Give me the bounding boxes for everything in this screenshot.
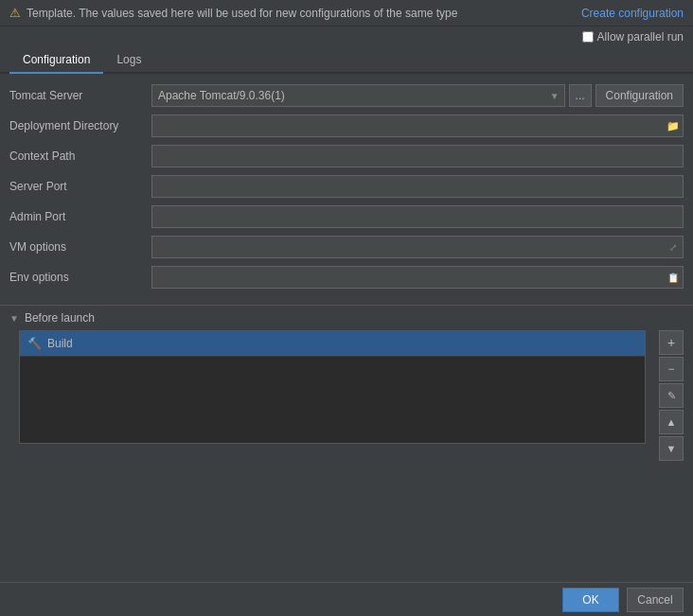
bottom-bar: OK Cancel (0, 582, 693, 616)
parallel-run-row: Allow parallel run (0, 26, 693, 47)
before-launch-list: 🔨 Build (19, 330, 646, 444)
tomcat-dots-button[interactable]: ... (569, 84, 592, 107)
before-launch-content: 🔨 Build + − ✎ ▲ ▼ (9, 330, 684, 461)
before-launch-move-up-button[interactable]: ▲ (659, 410, 684, 434)
warning-text: Template. The values saved here will be … (27, 7, 457, 20)
tomcat-configuration-button[interactable]: Configuration (595, 84, 684, 107)
tomcat-server-field: Apache Tomcat/9.0.36(1) ▼ ... Configurat… (151, 84, 684, 107)
env-options-row: Env options 📋 (9, 265, 684, 290)
server-port-label: Server Port (9, 180, 151, 193)
cancel-button[interactable]: Cancel (627, 588, 684, 612)
server-port-field: 8080 (151, 175, 684, 198)
context-path-label: Context Path (9, 150, 151, 163)
admin-port-label: Admin Port (9, 210, 151, 223)
deployment-directory-input-wrapper: 📁 (151, 114, 684, 137)
deployment-directory-label: Deployment Directory (9, 119, 151, 132)
before-launch-title: Before launch (25, 311, 95, 325)
launch-item-build[interactable]: 🔨 Build (20, 331, 645, 357)
before-launch-header[interactable]: ▼ Before launch (0, 306, 693, 330)
context-path-row: Context Path (9, 144, 684, 168)
tomcat-server-label: Tomcat Server (9, 89, 151, 102)
tomcat-server-select[interactable]: Apache Tomcat/9.0.36(1) (151, 84, 565, 107)
tabs-bar: Configuration Logs (0, 47, 693, 74)
build-icon: 🔨 (27, 337, 42, 350)
vm-options-row: VM options ⤢ (9, 235, 684, 259)
env-options-field: 📋 (151, 266, 684, 289)
admin-port-field: 8005 (151, 205, 684, 228)
before-launch-move-down-button[interactable]: ▼ (659, 436, 684, 461)
before-launch-edit-button[interactable]: ✎ (659, 383, 684, 408)
admin-port-row: Admin Port 8005 (9, 204, 684, 229)
env-options-label: Env options (9, 271, 151, 284)
tomcat-server-select-wrapper: Apache Tomcat/9.0.36(1) ▼ (151, 84, 565, 107)
ok-button[interactable]: OK (562, 588, 619, 612)
vm-options-input-wrapper: ⤢ (151, 236, 684, 258)
server-port-input[interactable]: 8080 (151, 175, 684, 198)
warning-icon: ⚠ (9, 6, 21, 20)
vm-options-label: VM options (9, 240, 151, 254)
before-launch-section: ▼ Before launch 🔨 Build + − ✎ ▲ ▼ (0, 305, 693, 461)
before-launch-arrow-icon: ▼ (9, 313, 19, 324)
context-path-input[interactable] (151, 145, 684, 167)
vm-options-expand-button[interactable]: ⤢ (664, 237, 683, 257)
before-launch-remove-button[interactable]: − (659, 357, 684, 381)
before-launch-action-buttons: + − ✎ ▲ ▼ (659, 330, 684, 461)
vm-options-input[interactable] (151, 236, 684, 258)
before-launch-add-button[interactable]: + (659, 330, 684, 355)
server-port-row: Server Port 8080 (9, 174, 684, 199)
env-options-input[interactable] (151, 266, 684, 289)
vm-options-field: ⤢ (151, 236, 684, 258)
warning-bar: ⚠ Template. The values saved here will b… (0, 0, 693, 26)
env-options-input-wrapper: 📋 (151, 266, 684, 289)
parallel-run-label[interactable]: Allow parallel run (582, 30, 684, 44)
create-configuration-link[interactable]: Create configuration (581, 7, 684, 20)
main-content: Tomcat Server Apache Tomcat/9.0.36(1) ▼ … (0, 74, 693, 290)
deployment-directory-input[interactable] (151, 114, 684, 137)
parallel-run-text: Allow parallel run (597, 30, 684, 44)
deployment-directory-field: 📁 (151, 114, 684, 137)
tab-logs[interactable]: Logs (103, 47, 154, 74)
context-path-field (151, 145, 684, 167)
deployment-directory-row: Deployment Directory 📁 (9, 114, 684, 138)
warning-message: ⚠ Template. The values saved here will b… (9, 6, 457, 20)
parallel-run-checkbox[interactable] (582, 31, 594, 43)
deployment-directory-browse-button[interactable]: 📁 (664, 115, 683, 136)
admin-port-input[interactable]: 8005 (151, 205, 684, 228)
build-label: Build (47, 337, 73, 350)
tomcat-server-row: Tomcat Server Apache Tomcat/9.0.36(1) ▼ … (9, 83, 684, 108)
env-options-browse-button[interactable]: 📋 (664, 267, 683, 288)
tab-configuration[interactable]: Configuration (9, 47, 103, 74)
